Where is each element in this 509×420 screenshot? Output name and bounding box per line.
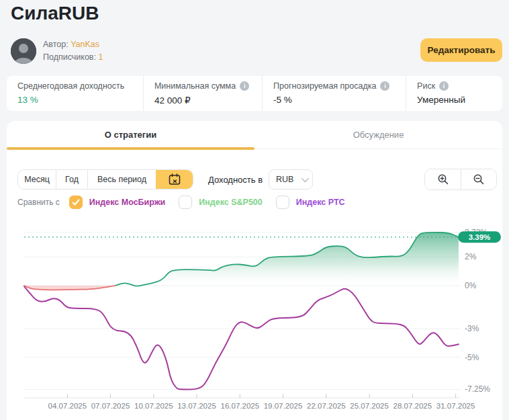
zoom-out-button[interactable]	[461, 169, 496, 190]
subscribers-label: Подписчиков:	[43, 52, 96, 62]
stats-bar: Среднегодовая доходность 13 % Минимальна…	[7, 76, 502, 111]
svg-text:13.07.2025: 13.07.2025	[177, 402, 216, 410]
stat-drawdown: Прогнозируемая просадка i -5 %	[262, 76, 406, 111]
svg-text:25.07.2025: 25.07.2025	[350, 402, 389, 410]
edit-button[interactable]: Редактировать	[420, 38, 502, 62]
subscribers-count: 1	[98, 52, 103, 62]
strategy-card: О стратегии Обсуждение Месяц Год Весь пе…	[7, 121, 502, 420]
stat-label-text: Прогнозируемая просадка	[273, 81, 376, 91]
svg-text:31.07.2025: 31.07.2025	[436, 402, 475, 410]
stat-value: 42 000 ₽	[154, 95, 262, 106]
tab-discussion[interactable]: Обсуждение	[254, 121, 502, 149]
label-index-rts[interactable]: Индекс РТС	[296, 198, 345, 207]
chart-area[interactable]: 3.72%2%0%-3%-5%-7.25%04.07.202507.07.202…	[17, 220, 505, 419]
info-icon[interactable]: i	[240, 81, 249, 91]
svg-text:28.07.2025: 28.07.2025	[394, 402, 432, 410]
checkbox-index-moex[interactable]	[69, 196, 83, 209]
zoom-in-button[interactable]	[425, 169, 461, 190]
author-block: Автор: YanKas Подписчиков: 1	[43, 38, 103, 64]
stat-risk: Риск i Умеренный	[406, 76, 502, 111]
period-segmented-control: Месяц Год Весь период	[17, 169, 193, 190]
zoom-in-icon	[437, 173, 449, 185]
chart-controls: Месяц Год Весь период Доходность в RUB	[17, 169, 497, 190]
svg-text:07.07.2025: 07.07.2025	[91, 402, 130, 410]
svg-text:22.07.2025: 22.07.2025	[307, 402, 346, 410]
svg-text:-7.25%: -7.25%	[465, 384, 490, 394]
svg-text:04.07.2025: 04.07.2025	[48, 402, 87, 410]
performance-chart[interactable]: 3.72%2%0%-3%-5%-7.25%04.07.202507.07.202…	[17, 220, 505, 419]
stat-label: Прогнозируемая просадка i	[273, 81, 406, 91]
period-month-button[interactable]: Месяц	[18, 170, 56, 189]
currency-label: Доходность в	[208, 169, 263, 190]
svg-text:2%: 2%	[465, 252, 477, 261]
stat-label-text: Риск	[417, 81, 435, 91]
tab-about-strategy[interactable]: О стратегии	[7, 121, 254, 149]
svg-text:16.07.2025: 16.07.2025	[221, 402, 260, 410]
calendar-icon	[168, 173, 181, 186]
zoom-out-icon	[473, 173, 485, 185]
compare-row: Сравнить с Индекс МосБиржи Индекс S&P500…	[17, 195, 359, 210]
check-icon	[72, 198, 80, 206]
tabs: О стратегии Обсуждение	[7, 121, 502, 149]
stat-value: 13 %	[17, 95, 143, 105]
info-icon[interactable]: i	[439, 81, 449, 91]
stat-label: Среднегодовая доходность	[17, 81, 143, 91]
svg-text:19.07.2025: 19.07.2025	[264, 402, 303, 410]
period-custom-calendar-button[interactable]	[156, 170, 193, 189]
period-year-button[interactable]: Год	[56, 170, 87, 189]
stat-min-sum: Минимальная сумма i 42 000 ₽	[143, 76, 262, 111]
svg-text:3.39%: 3.39%	[469, 233, 491, 241]
checkbox-index-rts[interactable]	[276, 196, 289, 209]
avatar-photo-placeholder	[11, 38, 36, 64]
avatar[interactable]	[11, 38, 36, 64]
zoom-controls	[424, 169, 497, 190]
compare-label: Сравнить с	[17, 198, 60, 207]
currency-select[interactable]: RUB	[269, 169, 313, 190]
stat-label: Минимальная сумма i	[154, 81, 262, 91]
checkbox-index-sp500[interactable]	[179, 196, 192, 209]
label-index-moex[interactable]: Индекс МосБиржи	[89, 198, 165, 207]
chevron-down-icon	[302, 175, 309, 182]
svg-text:-3%: -3%	[465, 324, 479, 333]
stat-label-text: Минимальная сумма	[154, 81, 236, 91]
svg-text:10.07.2025: 10.07.2025	[134, 402, 173, 410]
stat-label: Риск i	[417, 81, 502, 91]
strategy-page: СилаRUB Автор: YanKas Подписчиков: 1 Ред…	[0, 0, 509, 420]
stat-value: Умеренный	[417, 95, 502, 105]
info-icon[interactable]: i	[380, 81, 389, 91]
svg-text:-5%: -5%	[465, 353, 479, 362]
stat-annual-return: Среднегодовая доходность 13 %	[7, 76, 143, 111]
svg-text:0%: 0%	[465, 281, 477, 290]
label-index-sp500[interactable]: Индекс S&P500	[199, 198, 263, 207]
author-name-link[interactable]: YanKas	[71, 40, 99, 49]
stat-value: -5 %	[273, 95, 406, 105]
author-label: Автор:	[43, 40, 68, 49]
currency-value: RUB	[276, 175, 293, 184]
period-all-button[interactable]: Весь период	[87, 170, 156, 189]
page-title: СилаRUB	[11, 3, 99, 24]
